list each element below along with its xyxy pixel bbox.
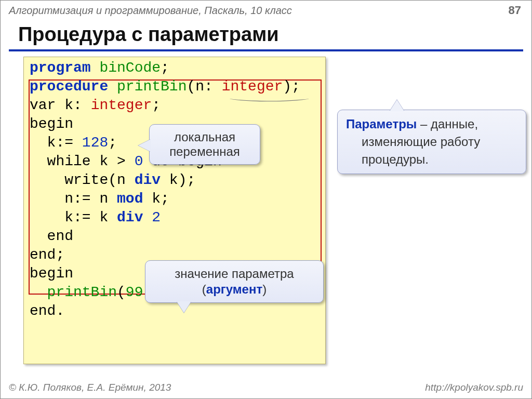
kw-div: div [135,172,161,188]
punct: ; [108,135,117,151]
slide-title: Процедура с параметрами [18,23,279,46]
code-text: while k > [30,153,135,169]
code-text [143,209,152,225]
kw-end: end. [30,303,64,319]
code-text: n:= n [30,191,117,207]
kw-begin: begin [30,265,73,282]
literal-128: 128 [82,135,108,151]
literal-99: 99 [126,284,143,300]
callout-bold: Параметры [346,117,417,131]
code-text: k:= [30,135,82,151]
callout-parameters: Параметры – данные, изменяющие работу пр… [337,110,526,174]
course-header: Алгоритмизация и программирование, Паска… [9,5,292,17]
type-integer: integer [91,97,152,113]
callout-bold: аргумент [206,282,262,296]
code-text: write(n [30,172,135,188]
code-text: k; [143,191,169,207]
slide: Алгоритмизация и программирование, Паска… [0,0,532,399]
code-text: var k: [30,97,91,113]
kw-mod: mod [117,191,143,207]
callout-local-variable: локальная переменная [149,124,260,165]
footer-copyright: © К.Ю. Поляков, Е.А. Ерёмин, 2013 [9,382,171,393]
kw-end: end; [30,247,64,263]
callout-text: ) [262,282,267,296]
ident-printbin: printBin [117,78,187,95]
kw-procedure: procedure [30,78,117,95]
code-text: k:= k [30,209,117,225]
callout-text: локальная [174,130,235,144]
punct: ); [283,78,300,95]
kw-div: div [117,209,143,225]
code-indent [30,284,47,300]
literal-0: 0 [135,153,143,169]
callout-text: – данные, [417,117,478,131]
page-number: 87 [509,4,521,17]
callout-text: переменная [169,144,240,158]
kw-program: program [30,60,99,76]
punct: ( [117,284,126,300]
code-text: (n: [187,78,221,95]
call-printbin: printBin [47,284,117,300]
callout-text: значение параметра [175,267,294,281]
footer-url: http://kpolyakov.spb.ru [425,382,523,393]
title-underline [9,49,523,51]
code-text: k); [161,172,195,188]
callout-text: изменяющие работу процедуры. [346,133,517,168]
callout-text: ( [202,282,206,296]
literal-2: 2 [152,209,161,225]
brace-icon: ︶ [226,95,320,108]
callout-argument: значение параметра (аргумент) [145,260,324,303]
punct: ; [152,97,161,113]
kw-end: end [30,228,73,244]
kw-begin: begin [30,116,73,132]
type-integer: integer [222,78,283,95]
punct: ; [161,60,169,76]
ident-bincode: binCode [99,60,161,76]
